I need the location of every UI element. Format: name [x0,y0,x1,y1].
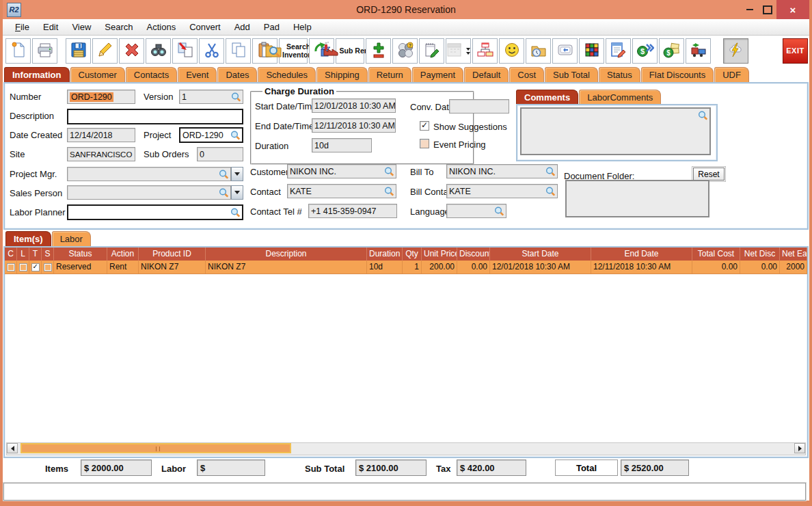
tab-udf[interactable]: UDF [714,67,749,82]
shortcut-key-button[interactable] [552,38,578,64]
delete-button[interactable] [119,38,144,64]
column-header-net-ea[interactable]: Net Ea [780,248,807,261]
end-datetime-field[interactable]: 12/11/2018 10:30 AM [312,118,396,133]
column-header-discount[interactable]: Discount [457,248,490,261]
column-header-c[interactable]: C [5,248,17,261]
comments-lookup-icon[interactable] [698,111,708,121]
add-remove-button[interactable] [366,38,391,64]
tab-schedules[interactable]: Schedules [258,67,316,82]
menu-item-convert[interactable]: Convert [182,21,228,34]
column-header-start-date[interactable]: Start Date [490,248,591,261]
quick-action-button[interactable] [723,38,748,64]
folder-time-button[interactable] [526,38,551,64]
tab-payment[interactable]: Payment [412,67,463,82]
column-header-action[interactable]: Action [107,248,139,261]
tab-sub-total[interactable]: Sub Total [545,67,598,82]
bill-to-field[interactable]: NIKON INC. [446,164,558,178]
comments-tab-comments[interactable]: Comments [516,90,578,105]
row-check-t[interactable] [29,261,42,274]
tab-return[interactable]: Return [368,67,411,82]
language-lookup-icon[interactable] [494,206,504,216]
column-header-s[interactable]: S [42,248,54,261]
print-button[interactable] [32,38,57,64]
customer-lookup-icon[interactable] [384,166,394,176]
send-money-button[interactable]: $ [632,38,658,64]
tab-contacts[interactable]: Contacts [126,67,177,82]
sub-orders-field[interactable]: 0 [197,147,243,161]
language-field[interactable] [446,204,506,218]
checked-checkbox[interactable] [31,263,40,271]
column-header-l[interactable]: L [17,248,29,261]
save-button[interactable] [66,38,91,64]
tab-default[interactable]: Default [464,67,509,82]
total-field[interactable]: $ 2520.00 [621,460,689,476]
document-folder-box[interactable] [565,180,709,217]
scroll-left-button[interactable] [7,443,18,453]
items-tab-labor[interactable]: Labor [52,231,91,246]
close-button[interactable]: × [776,0,809,19]
maximize-button[interactable] [759,0,776,19]
tab-flat-discounts[interactable]: Flat Discounts [641,67,714,82]
customer-field[interactable]: NIKON INC. [287,164,396,178]
date-created-field[interactable]: 12/14/2018 [67,128,135,142]
bill-contact-lookup-icon[interactable] [545,186,556,196]
menu-item-pad[interactable]: Pad [257,21,286,34]
sales-person-dropdown[interactable] [231,185,243,200]
sales-person-field[interactable] [67,185,231,200]
contact-field[interactable]: KATE [287,184,396,198]
minimize-button[interactable] [741,0,759,19]
site-field[interactable]: SANFRANCISCO [67,147,135,161]
comments-tab-laborcomments[interactable]: LaborComments [579,90,661,105]
event-pricing-checkbox[interactable] [420,139,429,148]
column-header-end-date[interactable]: End Date [591,248,692,261]
project-mgr-lookup-icon[interactable] [219,169,229,179]
menu-item-edit[interactable]: Edit [36,21,65,34]
reset-button[interactable]: Reset [693,168,725,181]
number-field[interactable]: ORD-1290 [67,90,135,104]
row-check-s[interactable] [42,261,54,274]
contact-lookup-icon[interactable] [384,186,394,196]
exit-button[interactable]: EXIT [783,38,808,64]
menu-item-search[interactable]: Search [98,21,139,34]
description-field[interactable] [67,109,243,124]
items-total-field[interactable]: $ 2000.00 [81,460,152,476]
column-header-status[interactable]: Status [54,248,107,261]
duration-field[interactable]: 10d [312,138,372,152]
cube-stack-button[interactable] [579,38,604,64]
column-header-t[interactable]: T [29,248,42,261]
project-field[interactable]: ORD-1290 [179,127,243,143]
menu-item-add[interactable]: Add [228,21,257,34]
sub-total-field[interactable]: $ 2100.00 [355,460,427,476]
new-button[interactable] [5,38,31,64]
edit-note-button[interactable] [606,38,631,64]
bill-to-lookup-icon[interactable] [545,166,556,176]
unchecked-checkbox[interactable] [7,263,15,271]
spinner-arrows-icon[interactable] [465,48,471,55]
menu-item-view[interactable]: View [65,21,98,34]
comments-textarea[interactable] [520,107,711,155]
column-header-total-cost[interactable]: Total Cost [692,248,740,261]
unchecked-checkbox[interactable] [19,263,27,271]
tax-field[interactable]: $ 420.00 [457,460,526,476]
notes-button[interactable] [419,38,444,64]
column-header-net-disc[interactable]: Net Disc [740,248,780,261]
sales-person-lookup-icon[interactable] [219,187,229,198]
table-row[interactable]: ReservedRentNIKON Z7NIKON Z710d1200.000.… [5,261,807,274]
tab-dates[interactable]: Dates [217,67,257,82]
labor-planner-field[interactable] [67,204,243,220]
version-field[interactable]: 1 [179,90,243,104]
bill-contact-field[interactable]: KATE [446,184,558,198]
sub-rent-button[interactable]: Sub Rent [336,38,364,64]
start-datetime-field[interactable]: 12/01/2018 10:30 AM [312,98,396,113]
column-header-qty[interactable]: Qty [403,248,422,261]
tab-shipping[interactable]: Shipping [316,67,368,82]
conv-date-field[interactable] [449,99,509,114]
menu-item-file[interactable]: File [8,21,36,34]
calendar-button[interactable] [446,38,471,64]
show-suggestions-checkbox[interactable] [420,121,429,131]
cut-button[interactable] [199,38,224,64]
tab-status[interactable]: Status [599,67,640,82]
scroll-right-button[interactable] [794,443,805,453]
tab-information[interactable]: Information [4,67,70,82]
row-check-c[interactable] [5,261,17,274]
